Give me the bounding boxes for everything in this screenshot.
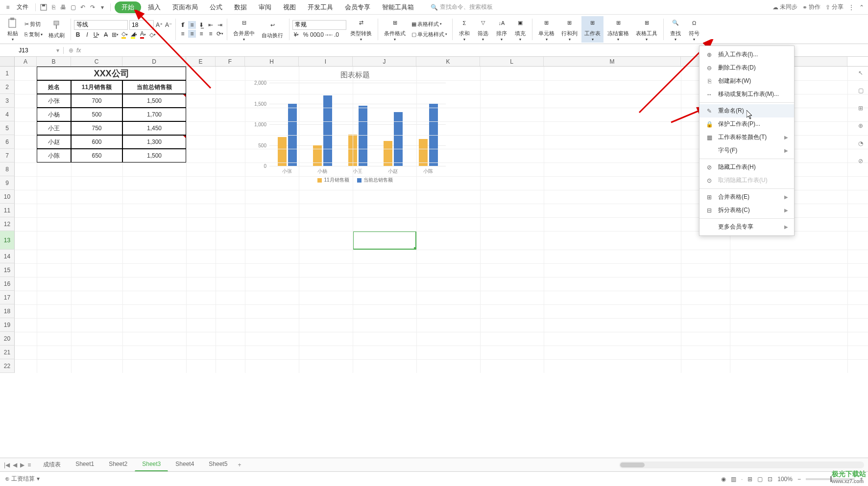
- row-head-19[interactable]: 19: [0, 318, 15, 332]
- row-head-16[interactable]: 16: [0, 277, 15, 291]
- align-middle-icon[interactable]: ≡: [188, 21, 196, 29]
- view-page-icon[interactable]: ▢: [757, 476, 763, 483]
- col-head-B[interactable]: B: [37, 57, 71, 66]
- align-justify-icon[interactable]: ≡: [207, 30, 215, 38]
- bar[interactable]: [323, 95, 332, 166]
- mode-indicator[interactable]: ⊕ 工资结算 ▾: [5, 475, 40, 483]
- cell-ref-input[interactable]: [4, 47, 43, 54]
- menu-item[interactable]: ⎘创建副本(W): [699, 74, 794, 88]
- save-icon[interactable]: [40, 3, 48, 11]
- menu-item[interactable]: ▦工作表标签颜色(T)▶: [699, 131, 794, 144]
- menu-item[interactable]: 字号(F)▶: [699, 144, 794, 157]
- view-icon-3[interactable]: ·: [741, 476, 743, 483]
- tab-smart[interactable]: 智能工具箱: [377, 1, 419, 14]
- filter-button[interactable]: ▽筛选▾: [474, 16, 492, 43]
- row-head-4[interactable]: 4: [0, 108, 15, 121]
- sheet-tab[interactable]: Sheet3: [135, 458, 168, 471]
- number-format-select[interactable]: [292, 20, 346, 30]
- zoom-label[interactable]: 100%: [777, 476, 793, 483]
- bar[interactable]: [359, 106, 367, 166]
- row-head-11[interactable]: 11: [0, 204, 15, 217]
- italic-icon[interactable]: I: [83, 31, 91, 39]
- sheet-tab[interactable]: Sheet1: [68, 458, 101, 471]
- col-head-K[interactable]: K: [416, 57, 480, 66]
- zoom-out-icon[interactable]: −: [797, 476, 801, 483]
- align-right-icon[interactable]: ≡: [197, 30, 205, 38]
- print-preview-icon[interactable]: ⎘: [49, 3, 57, 11]
- currency-icon[interactable]: ¥▾: [292, 31, 300, 39]
- row-head-20[interactable]: 20: [0, 332, 15, 346]
- underline-icon[interactable]: U▾: [93, 31, 100, 39]
- tab-start[interactable]: 开始: [115, 1, 141, 13]
- cell[interactable]: 700: [71, 94, 122, 108]
- row-head-2[interactable]: 2: [0, 80, 15, 94]
- sidebar-prop-icon[interactable]: ⊞: [856, 104, 865, 113]
- menu-item[interactable]: ↔移动或复制工作表(M)...: [699, 88, 794, 101]
- fx-tool-icon[interactable]: ⊕: [69, 47, 73, 54]
- col-head-D[interactable]: D: [122, 57, 186, 66]
- percent-icon[interactable]: %: [302, 31, 310, 39]
- sheet-tab[interactable]: Sheet4: [168, 458, 201, 471]
- sheet-prev-icon[interactable]: ◀: [13, 462, 17, 468]
- bar[interactable]: [394, 112, 403, 166]
- cell[interactable]: 小赵: [37, 135, 71, 149]
- find-button[interactable]: 🔍查找▾: [667, 16, 684, 43]
- cell[interactable]: 1,700: [122, 108, 186, 121]
- col-head-L[interactable]: L: [480, 57, 544, 66]
- row-head-17[interactable]: 17: [0, 291, 15, 304]
- align-left-icon[interactable]: ≡: [179, 30, 187, 38]
- menu-item[interactable]: ⊘隐藏工作表(H): [699, 161, 794, 174]
- preview-icon[interactable]: ▢: [69, 3, 77, 11]
- share-button[interactable]: ⇪分享: [825, 3, 844, 11]
- row-head-22[interactable]: 22: [0, 359, 15, 373]
- cell[interactable]: 1,500: [122, 149, 186, 162]
- cell[interactable]: 600: [71, 135, 122, 149]
- row-head-5[interactable]: 5: [0, 121, 15, 135]
- sort-button[interactable]: ↓A排序▾: [493, 16, 510, 43]
- row-head-7[interactable]: 7: [0, 149, 15, 162]
- sheet-tab[interactable]: Sheet5: [201, 458, 235, 471]
- cond-format-button[interactable]: ⊞条件格式▾: [381, 16, 409, 43]
- view-icon-2[interactable]: ▥: [731, 476, 736, 483]
- col-head-E[interactable]: E: [186, 57, 216, 66]
- copy-button[interactable]: ⎘复制▾: [23, 30, 45, 39]
- font-size-select[interactable]: [129, 20, 154, 30]
- strike-icon[interactable]: A̶: [102, 31, 110, 39]
- table-style-button[interactable]: ▦表格样式▾: [410, 20, 449, 29]
- col-head-J[interactable]: J: [353, 57, 416, 66]
- cell-button[interactable]: ⊞单元格▾: [535, 16, 557, 43]
- more-icon[interactable]: ⋮: [848, 4, 854, 11]
- type-convert-button[interactable]: ⇄类型转换▾: [347, 16, 375, 43]
- cell[interactable]: 姓名: [37, 80, 71, 94]
- cell[interactable]: 11月销售额: [71, 80, 122, 94]
- cell[interactable]: 1,500: [122, 94, 186, 108]
- fill-button[interactable]: ▣填充▾: [511, 16, 529, 43]
- tab-review[interactable]: 审阅: [254, 1, 276, 14]
- col-head-A[interactable]: A: [15, 57, 37, 66]
- worksheet-button[interactable]: ⊞工作表▾: [581, 16, 603, 43]
- orientation-icon[interactable]: ⟳▾: [216, 30, 224, 38]
- bold-icon[interactable]: B: [74, 31, 82, 39]
- row-head-15[interactable]: 15: [0, 263, 15, 277]
- col-head-F[interactable]: F: [216, 57, 245, 66]
- app-menu-icon[interactable]: ≡: [4, 3, 12, 11]
- decrease-decimal-icon[interactable]: ←.0: [330, 31, 338, 39]
- fill-color-icon[interactable]: ◇▾: [121, 31, 128, 39]
- col-head-M[interactable]: M: [544, 57, 681, 66]
- align-bottom-icon[interactable]: ⬇̲: [197, 21, 205, 29]
- align-top-icon[interactable]: ⬆̄: [179, 21, 187, 29]
- sheet-first-icon[interactable]: |◀: [4, 462, 10, 468]
- format-painter-button[interactable]: 格式刷: [46, 18, 68, 40]
- collapse-icon[interactable]: ⌃: [859, 4, 864, 11]
- freeze-button[interactable]: ⊞冻结窗格▾: [604, 16, 632, 43]
- row-head-3[interactable]: 3: [0, 94, 15, 108]
- col-head-H[interactable]: H: [245, 57, 299, 66]
- add-sheet-icon[interactable]: +: [238, 462, 241, 468]
- scrollbar-thumb[interactable]: [620, 463, 645, 467]
- legend-item[interactable]: 11月销售额: [317, 177, 349, 184]
- paste-button[interactable]: 粘贴▾: [4, 16, 22, 43]
- select-all-corner[interactable]: [0, 57, 15, 66]
- tab-developer[interactable]: 开发工具: [303, 1, 338, 14]
- view-icon-1[interactable]: ◉: [721, 476, 726, 483]
- chevron-down-icon[interactable]: ▾: [56, 47, 59, 54]
